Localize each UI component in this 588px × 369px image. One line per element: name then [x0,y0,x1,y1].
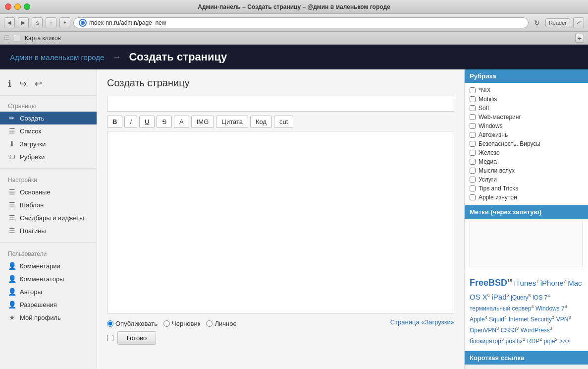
page-link[interactable]: Страница «Загрузки» [390,318,454,326]
italic-button[interactable]: I [124,116,137,128]
sidebar-divider-1 [0,168,97,169]
sidebar-item-template[interactable]: ☰ Шаблон [0,198,97,211]
tag-squid[interactable]: Squid4 [489,316,507,323]
checkbox-tips[interactable]: Tips and Tricks [470,184,583,193]
checkbox-nix[interactable]: *NIX [470,86,583,95]
publish-radio[interactable]: Опубликовать [107,320,158,327]
comments-icon: 👤 [8,262,16,270]
add-tab-button[interactable]: + [59,17,70,28]
checkbox-iron[interactable]: Железо [470,148,583,157]
checkbox-windows[interactable]: Windows [470,122,583,130]
url-bar[interactable]: mdex-nn.ru/admin/page_new [73,17,529,28]
forward-icon[interactable]: ↪ [19,78,27,89]
tag-jquery[interactable]: jQuery5 [511,294,531,301]
sidebar-item-plugins[interactable]: ☰ Плагины [0,224,97,237]
sidebar-item-comments[interactable]: 👤 Комментарии [0,259,97,272]
share-button[interactable]: ↑ [46,17,56,28]
sidebar-item-sidebars[interactable]: ☰ Сайдбары и виджеты [0,211,97,224]
tag-apple[interactable]: Apple4 [470,316,487,323]
sidebar-item-myprofile[interactable]: ★ Мой профиль [0,311,97,324]
sidebar-icon: ☰ [8,214,16,222]
sidebar-item-permissions[interactable]: 👤 Разрешения [0,298,97,311]
code-button[interactable]: Код [250,116,272,128]
exit-icon[interactable]: ↩ [35,78,42,89]
window-title: Админ-панель – Создать страницу – @дмин … [198,3,390,10]
tag-itunes[interactable]: iTunes7 [514,279,538,287]
page-title: Создать страницу [107,77,454,89]
tag-openvpn[interactable]: OpenVPN3 [470,327,499,334]
submit-button[interactable]: Готово [117,331,156,345]
back-button[interactable]: ◀ [4,17,15,28]
site-link[interactable]: Админ в маленьком городе [10,53,104,62]
pages-section-title: Страницы [0,99,97,112]
sidebar-label-permissions: Разрешения [20,301,57,308]
forward-button[interactable]: ▶ [18,17,29,28]
cut-button[interactable]: cut [274,116,293,128]
strikethrough-button[interactable]: S [157,116,172,128]
tags-textarea[interactable] [470,222,583,266]
minimize-button[interactable] [14,3,21,10]
sidebar-label-create: Создать [20,115,44,122]
checkbox-mobilis-label: Mobilis [479,96,497,103]
sidebar-item-authors[interactable]: 👤 Авторы [0,285,97,298]
checkbox-services[interactable]: Услуги [470,175,583,184]
sidebar-item-list[interactable]: ☰ Список [0,124,97,137]
tag-wordpress[interactable]: WordPress3 [521,327,552,334]
tag-ios7[interactable]: iOS 74 [533,294,550,301]
sidebar-item-basic[interactable]: ☰ Основные [0,185,97,198]
checkbox-mobilis[interactable]: Mobilis [470,95,583,104]
private-radio[interactable]: Личное [206,320,236,327]
sidebar-label-authors: Авторы [20,288,42,296]
checkbox-thoughts[interactable]: Мысли вслух [470,166,583,175]
maximize-button[interactable] [24,3,30,10]
add-tab-right[interactable]: + [575,34,584,43]
sidebar-item-categories[interactable]: 🏷 Рубрики [0,150,97,163]
img-button[interactable]: IMG [191,116,214,128]
bold-button[interactable]: B [107,116,122,128]
submit-row: Готово [107,331,454,345]
tag-freebsd[interactable]: FreeBSD15 [470,278,512,288]
sidebar-label-sidebars: Сайдбары и виджеты [20,214,84,222]
tag-pipe[interactable]: pipe2 [544,338,558,345]
close-button[interactable] [5,3,11,10]
draft-radio[interactable]: Черновик [163,320,200,327]
checkbox-apple[interactable]: Apple изнутри [470,193,583,202]
sidebar-item-downloads[interactable]: ⬇ Загрузки [0,137,97,150]
header-page-title: Создать страницу [129,51,227,63]
tag-more[interactable]: >>> [559,338,570,345]
underline-button[interactable]: U [139,116,155,128]
checkbox-security[interactable]: Безопасность. Вирусы [470,139,583,148]
fullscreen-button[interactable]: ⤢ [573,17,584,28]
checkbox-windows-label: Windows [479,123,503,129]
sidebar-label-myprofile: Мой профиль [20,314,61,321]
tag-postfix[interactable]: postfix2 [506,338,526,345]
submit-checkbox[interactable] [107,335,113,341]
title-input[interactable] [107,96,454,112]
tag-vpn[interactable]: VPN3 [556,316,571,323]
anchor-button[interactable]: A [174,116,189,128]
tag-iphone[interactable]: iPhone7 [540,279,566,287]
tag-css3[interactable]: CSS33 [501,327,519,334]
reload-button[interactable]: ↻ [532,17,542,28]
reader-button[interactable]: Reader [545,18,570,27]
quote-button[interactable]: Цитата [216,116,248,128]
editor-textarea[interactable] [107,131,454,313]
tag-intsec[interactable]: Internet Security3 [509,316,554,323]
tag-blokirator[interactable]: блокиратор3 [470,338,504,345]
tag-win7[interactable]: Windows 74 [535,305,567,312]
sidebar-item-commentators[interactable]: 👤 Комментаторы [0,272,97,285]
tag-ipad[interactable]: iPad6 [492,293,509,301]
sidebar-label-list: Список [20,127,41,135]
home-button[interactable]: ⌂ [32,17,43,28]
short-url-section: Короткая ссылка [465,351,588,365]
sidebar-item-create[interactable]: ✏ Создать [0,112,97,124]
tag-rdp[interactable]: RDP2 [527,338,542,345]
checkbox-soft[interactable]: Soft [470,104,583,113]
tag-termserver[interactable]: терминальный сервер4 [470,305,534,312]
checkbox-avtojizn[interactable]: Автожизнь [470,130,583,139]
bookmarks-item[interactable]: Карта кликов [25,35,61,42]
checkbox-webmastering[interactable]: Web-мастеринг [470,113,583,122]
checkbox-media[interactable]: Медиа [470,157,583,166]
info-icon[interactable]: ℹ [8,78,11,89]
editor-toolbar: B I U S A IMG Цитата Код cut [107,116,454,128]
